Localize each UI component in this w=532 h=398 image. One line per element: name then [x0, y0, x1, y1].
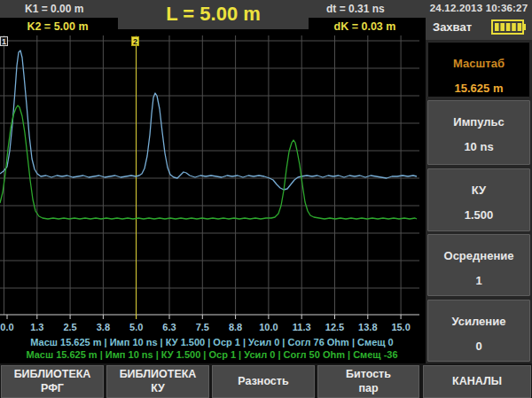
function-button-bar: БИБЛИОТЕКА РФГ БИБЛИОТЕКА КУ Разность Би… — [0, 363, 532, 398]
sidebar-item-scale[interactable]: Масштаб 15.625 m — [427, 42, 530, 98]
x-axis-tick-label: 2.5 — [63, 322, 76, 332]
sidebar: Масштаб 15.625 m Импульс 10 ns КУ 1.500 … — [426, 40, 532, 398]
channels-label: КАНАЛЫ — [424, 375, 530, 389]
averaging-value: 1 — [428, 274, 529, 287]
reflectogram-plot: 1 2 — [0, 35, 419, 321]
capture-mode-label: Захват — [433, 20, 472, 34]
x-axis-tick-label: 13.8 — [358, 322, 377, 332]
reflectogram-svg — [0, 35, 419, 321]
library-rfg-button[interactable]: БИБЛИОТЕКА РФГ — [1, 365, 104, 398]
ku-value: 1.500 — [428, 208, 529, 222]
x-axis-tick-label: 15.0 — [391, 322, 410, 332]
pair-split-line1: Битость — [318, 368, 419, 382]
x-axis-tick-label: 5.0 — [129, 322, 143, 332]
library-rfg-line2: РФГ — [2, 382, 103, 396]
library-rfg-line1: БИБЛИОТЕКА — [2, 368, 103, 382]
gain-label: Усиление — [428, 315, 529, 328]
tdr-instrument-screen: K1 = 0.00 m dt = 0.31 ns K2 = 5.00 m dK … — [0, 0, 532, 398]
delta-distance-readout: dK = 0.03 m — [306, 18, 424, 35]
battery-icon — [491, 20, 527, 35]
x-axis-tick-label: 10.0 — [259, 322, 278, 332]
averaging-label: Осреднение — [428, 249, 529, 262]
sidebar-item-gain[interactable]: Усиление 0 — [427, 300, 530, 362]
marker2-tag[interactable]: 2 — [131, 36, 139, 46]
marker1-readout: K1 = 0.00 m — [25, 3, 83, 15]
x-axis-labels: 0.01.32.53.85.06.37.58.810.011.312.513.8… — [0, 322, 424, 335]
ku-label: КУ — [428, 183, 529, 197]
library-ku-line1: БИБЛИОТЕКА — [107, 368, 208, 382]
pulse-value: 10 ns — [428, 140, 529, 153]
clock-panel: 24.12.2013 10:36:27 Захват — [426, 0, 532, 40]
x-axis-tick-label: 6.3 — [162, 322, 176, 332]
pair-split-line2: пар — [318, 382, 419, 396]
marker1-tag[interactable]: 1 — [0, 36, 8, 46]
x-axis-tick-label: 12.5 — [325, 322, 344, 332]
x-axis-tick-label: 0.0 — [0, 322, 13, 332]
x-axis-tick-label: 11.3 — [293, 322, 311, 332]
channel2-status-line: Масш 15.625 m | Имп 10 ns | КУ 1.500 | О… — [0, 349, 424, 360]
datetime-readout: 24.12.2013 10:36:27 — [426, 3, 532, 13]
difference-label: Разность — [213, 375, 314, 389]
scale-label: Масштаб — [428, 57, 529, 70]
length-readout: L = 5.00 m — [118, 0, 309, 29]
scale-value: 15.625 m — [428, 82, 529, 95]
sidebar-item-averaging[interactable]: Осреднение 1 — [427, 234, 530, 296]
x-axis-tick-label: 3.8 — [97, 322, 110, 332]
gain-value: 0 — [428, 339, 529, 353]
library-ku-line2: КУ — [107, 382, 208, 396]
pulse-label: Импульс — [428, 115, 529, 129]
difference-button[interactable]: Разность — [212, 365, 315, 398]
marker2-readout: K2 = 5.00 m — [0, 18, 115, 35]
channel1-status-line: Масш 15.625 m | Имп 10 ns | КУ 1.500 | О… — [0, 337, 424, 347]
sidebar-item-ku[interactable]: КУ 1.500 — [427, 168, 530, 231]
x-axis-tick-label: 1.3 — [30, 322, 43, 332]
x-axis-tick-label: 8.8 — [229, 322, 242, 332]
pair-split-button[interactable]: Битость пар — [317, 365, 419, 398]
library-ku-button[interactable]: БИБЛИОТЕКА КУ — [106, 365, 209, 398]
sidebar-item-pulse[interactable]: Импульс 10 ns — [427, 100, 530, 165]
delta-time-readout: dt = 0.31 ns — [326, 3, 385, 15]
x-axis-tick-label: 7.5 — [196, 322, 209, 332]
channels-button[interactable]: КАНАЛЫ — [423, 365, 531, 398]
